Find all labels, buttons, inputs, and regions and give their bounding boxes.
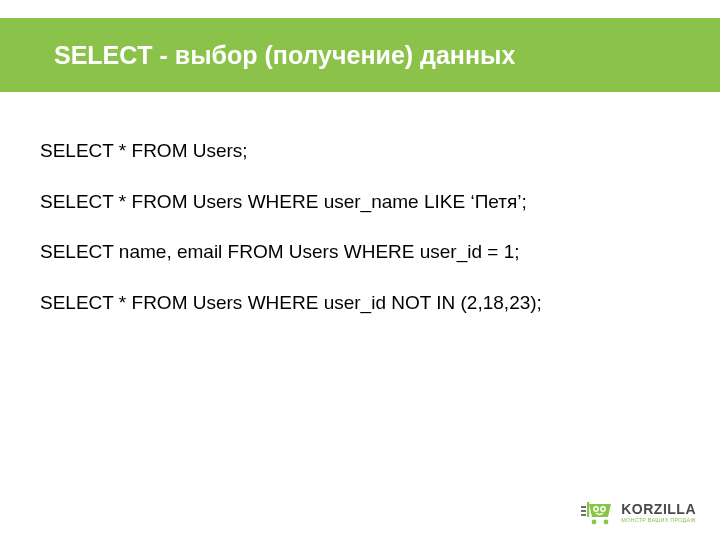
- slide-header: SELECT - выбор (получение) данных: [0, 18, 720, 92]
- logo-tagline: МОНСТР ВАШИХ ПРОДАЖ: [621, 518, 696, 524]
- sql-query-line: SELECT * FROM Users WHERE user_name LIKE…: [40, 189, 680, 215]
- svg-rect-5: [587, 502, 589, 517]
- sql-query-line: SELECT name, email FROM Users WHERE user…: [40, 239, 680, 265]
- svg-point-3: [592, 520, 597, 525]
- sql-query-line: SELECT * FROM Users;: [40, 138, 680, 164]
- slide-title: SELECT - выбор (получение) данных: [54, 41, 515, 70]
- sql-query-line: SELECT * FROM Users WHERE user_id NOT IN…: [40, 290, 680, 316]
- cart-icon: [581, 500, 615, 526]
- logo-name: KORZILLA: [621, 502, 696, 516]
- brand-logo: KORZILLA МОНСТР ВАШИХ ПРОДАЖ: [581, 500, 696, 526]
- slide-content: SELECT * FROM Users; SELECT * FROM Users…: [40, 138, 680, 341]
- logo-text: KORZILLA МОНСТР ВАШИХ ПРОДАЖ: [621, 502, 696, 524]
- svg-point-4: [604, 520, 609, 525]
